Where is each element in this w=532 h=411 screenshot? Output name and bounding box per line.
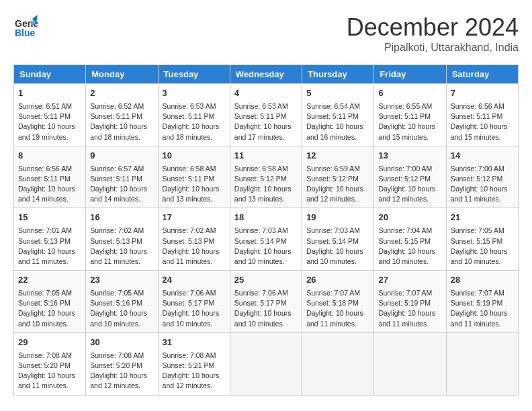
daylight-text: Daylight: 10 hours and 16 minutes.: [306, 122, 363, 140]
daylight-text: Daylight: 10 hours and 11 minutes.: [18, 247, 75, 265]
table-row: 20 Sunrise: 7:04 AM Sunset: 5:15 PM Dayl…: [374, 208, 446, 271]
day-number: 29: [18, 336, 81, 349]
table-row: 29 Sunrise: 7:08 AM Sunset: 5:20 PM Dayl…: [14, 332, 86, 395]
calendar-header-row: Sunday Monday Tuesday Wednesday Thursday…: [14, 65, 519, 84]
sunset-text: Sunset: 5:20 PM: [90, 361, 142, 369]
sunrise-text: Sunrise: 7:07 AM: [451, 289, 504, 297]
table-row: 16 Sunrise: 7:02 AM Sunset: 5:13 PM Dayl…: [86, 208, 158, 271]
daylight-text: Daylight: 10 hours and 11 minutes.: [451, 185, 508, 203]
day-number: 14: [451, 150, 514, 163]
logo-icon: General Blue: [13, 13, 38, 38]
daylight-text: Daylight: 10 hours and 19 minutes.: [18, 122, 75, 140]
sunset-text: Sunset: 5:14 PM: [234, 237, 287, 245]
daylight-text: Daylight: 10 hours and 11 minutes.: [378, 309, 435, 327]
table-row: 7 Sunrise: 6:56 AM Sunset: 5:11 PM Dayli…: [446, 84, 518, 146]
daylight-text: Daylight: 10 hours and 11 minutes.: [18, 371, 75, 390]
day-number: 15: [18, 212, 81, 224]
header-thursday: Thursday: [302, 65, 374, 84]
table-row: 21 Sunrise: 7:05 AM Sunset: 5:15 PM Dayl…: [446, 208, 518, 271]
sunrise-text: Sunrise: 6:54 AM: [306, 102, 360, 110]
table-row: 23 Sunrise: 7:05 AM Sunset: 5:16 PM Dayl…: [86, 271, 158, 333]
day-number: 25: [234, 274, 298, 287]
calendar-week-row: 22 Sunrise: 7:05 AM Sunset: 5:16 PM Dayl…: [14, 271, 519, 333]
table-row: [374, 332, 446, 395]
sunset-text: Sunset: 5:19 PM: [451, 299, 503, 307]
sunset-text: Sunset: 5:17 PM: [163, 299, 215, 307]
sunset-text: Sunset: 5:12 PM: [306, 175, 359, 183]
sunrise-text: Sunrise: 6:52 AM: [90, 102, 144, 110]
header-tuesday: Tuesday: [158, 65, 230, 84]
sunrise-text: Sunrise: 7:07 AM: [378, 289, 432, 297]
daylight-text: Daylight: 10 hours and 10 minutes.: [90, 309, 147, 327]
sunrise-text: Sunrise: 6:59 AM: [306, 165, 360, 173]
daylight-text: Daylight: 10 hours and 10 minutes.: [234, 309, 292, 327]
table-row: 17 Sunrise: 7:02 AM Sunset: 5:13 PM Dayl…: [158, 208, 230, 271]
sunrise-text: Sunrise: 7:07 AM: [306, 289, 360, 297]
sunset-text: Sunset: 5:21 PM: [163, 361, 215, 369]
table-row: [446, 332, 518, 395]
table-row: 13 Sunrise: 7:00 AM Sunset: 5:12 PM Dayl…: [374, 146, 446, 208]
daylight-text: Daylight: 10 hours and 10 minutes.: [306, 247, 363, 265]
day-number: 2: [90, 87, 153, 100]
sunrise-text: Sunrise: 7:08 AM: [18, 351, 72, 359]
title-section: December 2024 Pipalkoti, Uttarakhand, In…: [347, 13, 519, 54]
day-number: 10: [163, 150, 226, 163]
daylight-text: Daylight: 10 hours and 15 minutes.: [451, 122, 508, 140]
sunset-text: Sunset: 5:11 PM: [451, 112, 503, 120]
header-monday: Monday: [86, 65, 158, 84]
day-number: 26: [306, 274, 369, 287]
sunset-text: Sunset: 5:11 PM: [18, 112, 71, 120]
sunset-text: Sunset: 5:11 PM: [234, 112, 287, 120]
page-header: General Blue December 2024 Pipalkoti, Ut…: [13, 13, 519, 54]
table-row: 6 Sunrise: 6:55 AM Sunset: 5:11 PM Dayli…: [374, 84, 446, 146]
table-row: 8 Sunrise: 6:56 AM Sunset: 5:11 PM Dayli…: [14, 146, 86, 208]
calendar-week-row: 29 Sunrise: 7:08 AM Sunset: 5:20 PM Dayl…: [14, 332, 519, 395]
table-row: [302, 332, 374, 395]
sunset-text: Sunset: 5:11 PM: [90, 175, 142, 183]
sunrise-text: Sunrise: 6:56 AM: [18, 165, 72, 173]
daylight-text: Daylight: 10 hours and 12 minutes.: [163, 371, 220, 390]
sunset-text: Sunset: 5:11 PM: [90, 112, 142, 120]
table-row: 22 Sunrise: 7:05 AM Sunset: 5:16 PM Dayl…: [14, 271, 86, 333]
table-row: 27 Sunrise: 7:07 AM Sunset: 5:19 PM Dayl…: [374, 271, 446, 333]
day-number: 1: [18, 87, 81, 100]
daylight-text: Daylight: 10 hours and 10 minutes.: [378, 247, 435, 265]
table-row: 12 Sunrise: 6:59 AM Sunset: 5:12 PM Dayl…: [302, 146, 374, 208]
day-number: 8: [18, 150, 81, 163]
day-number: 9: [90, 150, 153, 163]
table-row: 14 Sunrise: 7:00 AM Sunset: 5:12 PM Dayl…: [446, 146, 518, 208]
sunset-text: Sunset: 5:12 PM: [378, 175, 431, 183]
day-number: 30: [90, 336, 153, 349]
table-row: 3 Sunrise: 6:53 AM Sunset: 5:11 PM Dayli…: [158, 84, 230, 146]
daylight-text: Daylight: 10 hours and 13 minutes.: [234, 185, 292, 203]
day-number: 11: [234, 150, 298, 163]
daylight-text: Daylight: 10 hours and 14 minutes.: [18, 185, 75, 203]
day-number: 27: [378, 274, 441, 287]
sunset-text: Sunset: 5:13 PM: [18, 237, 71, 245]
location-title: Pipalkoti, Uttarakhand, India: [347, 42, 519, 54]
table-row: 30 Sunrise: 7:08 AM Sunset: 5:20 PM Dayl…: [86, 332, 158, 395]
day-number: 12: [306, 150, 369, 163]
calendar-week-row: 1 Sunrise: 6:51 AM Sunset: 5:11 PM Dayli…: [14, 84, 519, 146]
table-row: 10 Sunrise: 6:58 AM Sunset: 5:11 PM Dayl…: [158, 146, 230, 208]
day-number: 16: [90, 212, 153, 224]
day-number: 18: [234, 212, 298, 224]
daylight-text: Daylight: 10 hours and 18 minutes.: [163, 122, 220, 140]
header-wednesday: Wednesday: [230, 65, 302, 84]
sunrise-text: Sunrise: 7:05 AM: [90, 289, 144, 297]
svg-text:Blue: Blue: [15, 28, 36, 38]
day-number: 23: [90, 274, 153, 287]
sunset-text: Sunset: 5:19 PM: [378, 299, 431, 307]
sunrise-text: Sunrise: 7:00 AM: [378, 165, 432, 173]
sunrise-text: Sunrise: 7:04 AM: [378, 226, 432, 234]
sunset-text: Sunset: 5:16 PM: [90, 299, 142, 307]
sunset-text: Sunset: 5:12 PM: [234, 175, 287, 183]
sunrise-text: Sunrise: 6:58 AM: [234, 165, 288, 173]
day-number: 3: [163, 87, 226, 100]
sunset-text: Sunset: 5:11 PM: [378, 112, 431, 120]
sunset-text: Sunset: 5:13 PM: [163, 237, 215, 245]
daylight-text: Daylight: 10 hours and 17 minutes.: [234, 122, 292, 140]
sunset-text: Sunset: 5:18 PM: [306, 299, 359, 307]
table-row: 24 Sunrise: 7:06 AM Sunset: 5:17 PM Dayl…: [158, 271, 230, 333]
day-number: 7: [451, 87, 514, 100]
